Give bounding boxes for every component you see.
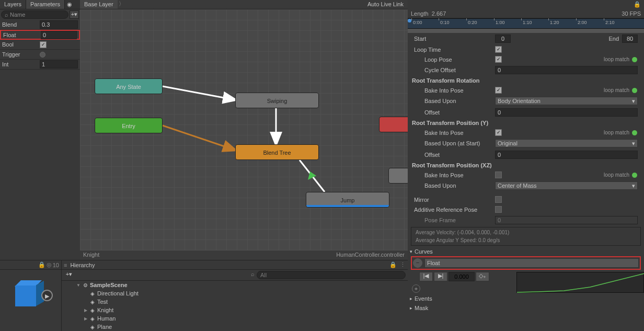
curves-item-container: − xyxy=(411,256,641,270)
param-float[interactable]: Float xyxy=(0,30,80,40)
based-upon-rot-dropdown[interactable]: Body Orientation xyxy=(495,97,638,105)
hierarchy-title: Hierarchy xyxy=(67,262,98,268)
remove-curve-button[interactable]: − xyxy=(413,258,422,268)
param-int-value[interactable] xyxy=(40,60,78,69)
node-jump[interactable]: Jump xyxy=(306,192,389,208)
add-curve-button[interactable]: + xyxy=(412,284,420,293)
timeline-ruler[interactable]: 0:00 0:10 0:20 1:00 1:10 1:20 2:00 2:10 xyxy=(408,18,644,29)
hierarchy-search-input[interactable] xyxy=(257,271,406,279)
cycle-offset-input[interactable] xyxy=(495,66,638,74)
mask-section[interactable]: Mask xyxy=(408,303,644,313)
edge-entry-blend xyxy=(163,125,235,150)
offset-y-input[interactable] xyxy=(495,151,638,159)
item-label: Plane xyxy=(97,324,112,330)
hierarchy-item[interactable]: ▶ ◈ Human xyxy=(62,314,408,323)
bake-xz-checkbox[interactable] xyxy=(495,172,502,178)
play-icon[interactable]: ▶ xyxy=(41,290,53,301)
curve-auto-button[interactable]: ◇₊ xyxy=(476,272,489,281)
asset-preview[interactable]: ▶ xyxy=(15,280,47,312)
prev-key-button[interactable]: |◀ xyxy=(419,272,433,281)
hierarchy-item[interactable]: ◈ Directional Light xyxy=(62,289,408,298)
bake-rot-checkbox[interactable]: ✓ xyxy=(495,87,502,94)
loop-time-checkbox[interactable]: ✓ xyxy=(495,46,502,53)
param-name: Bool xyxy=(2,41,40,48)
cycle-offset-label: Cycle Offset xyxy=(414,67,495,73)
node-blend-tree[interactable]: Blend Tree xyxy=(235,144,319,160)
hierarchy-item[interactable]: ◈ Plane xyxy=(62,323,408,331)
end-label: End xyxy=(608,36,619,42)
lock-icon[interactable]: 🔒 xyxy=(38,261,45,268)
param-bool[interactable]: Bool ✓ xyxy=(0,40,80,50)
gameobject-icon: ◈ xyxy=(89,290,96,297)
param-blend[interactable]: Blend xyxy=(0,20,80,30)
timeline-tick: 1:10 xyxy=(523,20,532,25)
param-float-value[interactable] xyxy=(41,31,77,39)
loop-pose-checkbox[interactable]: ✓ xyxy=(495,56,502,63)
auto-live-link-toggle[interactable]: Auto Live Link xyxy=(363,0,408,9)
create-button[interactable]: +▾ xyxy=(64,271,74,279)
hierarchy-item[interactable]: ▶ ◈ Knight xyxy=(62,306,408,314)
param-trigger[interactable]: Trigger xyxy=(0,50,80,60)
hidden-count: 10 xyxy=(53,262,59,268)
param-search-input[interactable]: ⌕ Name xyxy=(1,10,68,19)
bake-y-checkbox[interactable]: ✓ xyxy=(495,129,502,136)
tab-parameters[interactable]: Parameters xyxy=(26,0,65,9)
lock-icon[interactable]: 🔒 xyxy=(408,0,644,9)
options-icon[interactable]: ⋮ xyxy=(400,261,406,268)
player-time-input[interactable] xyxy=(448,272,475,281)
parameters-panel: Layers Parameters ◉ ⌕ Name +▾ Blend Floa… xyxy=(0,0,80,260)
curve-line xyxy=(517,273,644,292)
status-dot-icon xyxy=(631,56,638,63)
based-upon-y-dropdown[interactable]: Original xyxy=(495,139,638,147)
param-bool-checkbox[interactable]: ✓ xyxy=(40,41,47,48)
mirror-checkbox[interactable] xyxy=(495,196,502,203)
expand-toggle-icon[interactable]: ▶ xyxy=(83,308,89,313)
next-key-button[interactable]: ▶| xyxy=(434,272,447,281)
node-exit[interactable] xyxy=(379,117,410,132)
fps-label: 30 FPS xyxy=(622,10,641,17)
timeline-tick: 0:20 xyxy=(468,20,477,25)
based-upon-xz-label: Based Upon xyxy=(414,182,495,189)
end-input[interactable] xyxy=(622,35,638,43)
edge-blend-jump xyxy=(300,160,325,192)
gameobject-icon: ◈ xyxy=(89,298,96,305)
curves-section[interactable]: Curves xyxy=(408,247,644,256)
loop-match-label: loop match xyxy=(604,172,631,178)
node-any-state[interactable]: Any State xyxy=(95,78,163,94)
hierarchy-item[interactable]: ◈ Test xyxy=(62,298,408,306)
tab-layers[interactable]: Layers xyxy=(0,0,26,9)
playhead-icon[interactable] xyxy=(408,19,411,22)
lock-icon[interactable]: 🔒 xyxy=(389,261,397,268)
additive-ref-checkbox[interactable] xyxy=(495,206,502,213)
offset-rot-input[interactable] xyxy=(495,108,638,117)
node-entry[interactable]: Entry xyxy=(95,118,163,133)
param-trigger-radio[interactable] xyxy=(40,52,45,58)
offset-label: Offset xyxy=(414,109,495,116)
breadcrumb[interactable]: Base Layer xyxy=(80,0,118,9)
timeline-clip-bar[interactable] xyxy=(408,29,644,33)
curve-preview[interactable] xyxy=(516,272,644,293)
param-int[interactable]: Int xyxy=(0,60,80,70)
node-swiping[interactable]: Swiping xyxy=(235,93,319,108)
pose-frame-input xyxy=(495,216,638,224)
expand-toggle-icon[interactable]: ▼ xyxy=(75,283,82,288)
graph-canvas[interactable]: Any State Entry Swiping Blend Tree Jump xyxy=(80,9,408,250)
item-label: Test xyxy=(97,299,108,305)
scene-item[interactable]: ▼ ⚙ SampleScene xyxy=(62,281,408,289)
param-blend-value[interactable] xyxy=(40,20,78,29)
start-input[interactable] xyxy=(495,35,511,43)
preview-panel: 🔒 ◎ 10 ▶ xyxy=(0,260,62,331)
curve-name-input[interactable] xyxy=(424,258,639,268)
based-upon-xz-dropdown[interactable]: Center of Mass xyxy=(495,181,638,190)
add-parameter-button[interactable]: +▾ xyxy=(70,10,79,19)
visibility-icon[interactable]: ◉ xyxy=(65,0,74,9)
hidden-icon[interactable]: ◎ xyxy=(47,261,52,268)
bake-pose-y-label: Bake Into Pose xyxy=(414,130,495,136)
timeline-tick: 2:10 xyxy=(605,20,615,25)
timeline-tick: 1:00 xyxy=(496,20,505,25)
events-section[interactable]: Events xyxy=(408,294,644,303)
loop-match-label: loop match xyxy=(604,56,631,62)
expand-toggle-icon[interactable]: ▶ xyxy=(83,316,89,321)
node-unnamed[interactable] xyxy=(388,168,409,184)
length-value: 2.667 xyxy=(432,10,446,17)
